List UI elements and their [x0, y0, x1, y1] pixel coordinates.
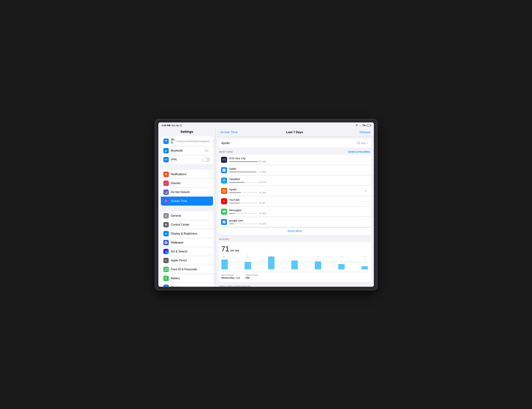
- show-more-row: Show More: [218, 227, 371, 235]
- sidebar-group-system1: 🔔 Notifications › 🔊 Sounds › 🌙 Do Not Di…: [161, 170, 213, 206]
- app-row-youtube[interactable]: YouTube 3h 5m ›: [218, 196, 371, 207]
- sidebar-item-general[interactable]: ⚙ General ›: [161, 211, 213, 220]
- app-time-messages: 1h 36m: [259, 212, 266, 215]
- app-time-google: 1h 18m: [259, 223, 266, 225]
- vpn-icon: VPN: [163, 157, 169, 162]
- first-used-header: FIRST USED AFTER PICKUP: [218, 284, 371, 287]
- battery-label: Battery: [171, 277, 209, 280]
- separator: [158, 207, 215, 210]
- notifications-icon: 🔔: [163, 172, 169, 177]
- sidebar-item-siri[interactable]: ◎ Siri & Search ›: [161, 247, 213, 256]
- google-icon: [221, 219, 227, 225]
- app-row-messages[interactable]: Messages 1h 36m ›: [218, 207, 371, 217]
- pickups-chart: M T W T F S S: [221, 255, 368, 270]
- chevron-right-icon: ›: [209, 182, 210, 185]
- general-label: General: [171, 214, 209, 217]
- app-info-gta: GTA Vice City 8h 39m: [229, 157, 368, 163]
- chevron-right-icon: ›: [209, 259, 210, 262]
- app-bar-bg-safari: [229, 172, 258, 172]
- sidebar-item-screentime[interactable]: ⏱ Screen Time ›: [161, 197, 213, 206]
- app-bar-fill-apollo: [229, 192, 241, 193]
- sidebar-item-bluetooth[interactable]: ℘ Bluetooth On ›: [161, 146, 213, 155]
- nav-back-button[interactable]: ‹ Screen Time: [219, 130, 238, 134]
- sounds-icon: 🔊: [163, 181, 169, 186]
- privacy-icon: ✋: [163, 285, 169, 287]
- sidebar-group-connectivity: Wi-Fi Compumundohypermegared › ℘ Bluetoo…: [161, 136, 213, 164]
- day-label-t1: T: [245, 255, 250, 258]
- apollo-row-right: 20 min ›: [357, 141, 368, 145]
- vpn-toggle[interactable]: [203, 157, 210, 162]
- chevron-right-icon: ›: [209, 250, 210, 253]
- sidebar-item-notifications[interactable]: 🔔 Notifications ›: [161, 170, 213, 179]
- chevron-right-icon: ›: [209, 286, 210, 287]
- hourglass-icon: ⧗: [365, 189, 366, 192]
- chevron-right-icon: ›: [368, 210, 369, 213]
- app-bar-messages: 1h 36m: [229, 212, 368, 215]
- chart-bar-t2: [291, 260, 298, 269]
- app-bar-fill-messages: [229, 213, 235, 214]
- sidebar: Settings Wi-Fi Compumundohypermegared › …: [158, 128, 216, 287]
- faceid-label: Face ID & Passcode: [171, 268, 209, 271]
- main-area: Settings Wi-Fi Compumundohypermegared › …: [158, 128, 374, 287]
- content-scroll: Apollo 20 min › MOST USED SHOW CATEGORIE…: [216, 137, 374, 287]
- pickups-stats: Most Pickups Wednesday: 114 Total Pickup…: [221, 272, 368, 279]
- status-right: ◄ 7%: [355, 124, 370, 127]
- apollo-chevron-icon: ›: [367, 141, 368, 145]
- device-frame: 1:42 AM Sun Apr 21 ◄ 7% Settings: [155, 119, 377, 290]
- sidebar-item-faceid[interactable]: Face ID & Passcode ›: [161, 265, 213, 274]
- app-row-safari[interactable]: Safari 7h 55m ›: [218, 165, 371, 175]
- sidebar-item-controlcenter[interactable]: ⊞ Control Center ›: [161, 220, 213, 229]
- sidebar-item-battery[interactable]: 🔋 Battery ›: [161, 274, 213, 283]
- app-row-tweetbot[interactable]: Tweetbot 4h 27m ›: [218, 175, 371, 186]
- pickups-card: 71 per day M T W T F S: [218, 242, 371, 282]
- show-more-button[interactable]: Show More: [287, 229, 302, 233]
- status-date: Sun Apr 21: [171, 124, 182, 127]
- app-info-youtube: YouTube 3h 5m: [229, 198, 368, 204]
- bluetooth-value: On: [205, 149, 209, 152]
- displaybrightness-label: Display & Brightness: [171, 232, 209, 235]
- sidebar-item-wifi[interactable]: Wi-Fi Compumundohypermegared ›: [161, 136, 213, 146]
- chart-bar-f: [315, 261, 321, 269]
- battery-icon: [367, 124, 370, 126]
- wallpaper-label: Wallpaper: [171, 241, 209, 244]
- sidebar-item-donotdisturb[interactable]: 🌙 Do Not Disturb ›: [161, 188, 213, 197]
- app-time-gta: 8h 39m: [259, 160, 266, 163]
- app-info-messages: Messages 1h 36m: [229, 209, 368, 215]
- app-row-apollo[interactable]: Apollo 3h 26m ⧗ ›: [218, 186, 371, 196]
- apollo-app-icon: [221, 188, 227, 194]
- pickups-per-day-number: 71: [221, 245, 229, 253]
- app-name-safari: Safari: [229, 167, 368, 170]
- tweetbot-icon: [221, 178, 227, 184]
- sidebar-item-privacy[interactable]: ✋ Privacy ›: [161, 283, 213, 287]
- sidebar-item-vpn[interactable]: VPN VPN: [161, 155, 213, 164]
- chevron-right-icon: ›: [209, 241, 210, 244]
- bluetooth-icon: ℘: [163, 148, 169, 153]
- svg-rect-2: [165, 268, 165, 269]
- chevron-right-icon: ›: [209, 232, 210, 235]
- app-info-tweetbot: Tweetbot 4h 27m: [229, 178, 368, 184]
- day-label-s2: S: [362, 255, 368, 258]
- sidebar-item-sounds[interactable]: 🔊 Sounds ›: [161, 179, 213, 188]
- sidebar-item-wallpaper[interactable]: 🌸 Wallpaper ›: [161, 238, 213, 247]
- wallpaper-icon: 🌸: [163, 240, 169, 245]
- most-pickups-label: Most Pickups: [221, 274, 240, 276]
- app-row-gta[interactable]: GTA GTA Vice City 8h 39m ›: [218, 155, 371, 165]
- devices-button[interactable]: Devices: [360, 130, 370, 134]
- vpn-label: VPN: [171, 158, 203, 161]
- nav-back-label: Screen Time: [220, 130, 238, 134]
- app-row-google[interactable]: google.com 1h 18m ›: [218, 217, 371, 227]
- total-pickups-value: 498: [245, 276, 258, 279]
- show-categories-button[interactable]: SHOW CATEGORIES: [348, 151, 370, 153]
- youtube-icon: [221, 198, 227, 204]
- chevron-right-icon: ›: [368, 221, 369, 223]
- app-bar-apollo: 3h 26m: [229, 191, 365, 194]
- battery-icon: 🔋: [163, 276, 169, 281]
- day-label-s1: S: [339, 255, 344, 258]
- chevron-right-icon: ›: [209, 191, 210, 194]
- sidebar-item-displaybrightness[interactable]: AA Display & Brightness ›: [161, 229, 213, 238]
- apollo-row[interactable]: Apollo 20 min ›: [218, 139, 371, 147]
- app-time-tweetbot: 4h 27m: [259, 181, 266, 184]
- app-bar-bg-apollo: [229, 192, 258, 193]
- app-time-apollo: 3h 26m: [259, 191, 266, 194]
- sidebar-item-applepencil[interactable]: ✏ Apple Pencil ›: [161, 256, 213, 265]
